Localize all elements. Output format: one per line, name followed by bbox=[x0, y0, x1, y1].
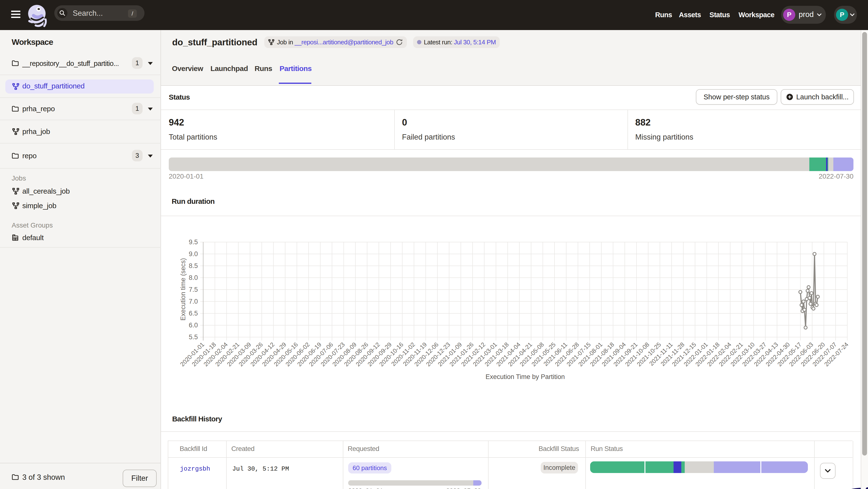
svg-text:Execution time (secs): Execution time (secs) bbox=[179, 258, 187, 321]
svg-text:8.0: 8.0 bbox=[189, 274, 198, 281]
svg-text:7.0: 7.0 bbox=[189, 298, 198, 305]
svg-text:Execution Time by Partition: Execution Time by Partition bbox=[486, 373, 565, 381]
svg-text:6.5: 6.5 bbox=[189, 310, 198, 317]
svg-text:9.0: 9.0 bbox=[189, 250, 198, 258]
svg-text:8.5: 8.5 bbox=[189, 262, 198, 269]
svg-text:5.5: 5.5 bbox=[189, 333, 198, 341]
svg-text:9.5: 9.5 bbox=[189, 238, 198, 246]
svg-text:6.0: 6.0 bbox=[189, 322, 198, 329]
svg-text:7.5: 7.5 bbox=[189, 286, 198, 293]
